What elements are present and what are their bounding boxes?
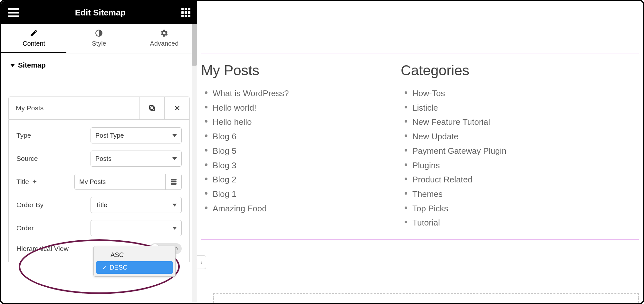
gear-icon	[160, 29, 168, 37]
posts-column: My Posts What is WordPress? Hello world!…	[201, 62, 388, 230]
list-item[interactable]: Tutorial	[412, 216, 588, 230]
repeater-item-body: Type Post Type Source Posts	[8, 120, 190, 262]
apps-icon[interactable]	[181, 8, 190, 17]
option-asc-label: ASC	[111, 251, 124, 259]
svg-rect-1	[151, 107, 155, 111]
tab-style[interactable]: Style	[66, 24, 131, 53]
repeater-item-header[interactable]: My Posts	[8, 97, 190, 120]
categories-list: How-Tos Listicle New Feature Tutorial Ne…	[401, 86, 588, 230]
tab-style-label: Style	[92, 40, 106, 47]
list-item[interactable]: Payment Gateway Plugin	[412, 144, 588, 158]
title-label: Title ✦	[16, 178, 74, 186]
type-value: Post Type	[95, 132, 124, 139]
repeater-item-title: My Posts	[9, 97, 139, 119]
order-label: Order	[16, 224, 91, 232]
hierarchical-label: Hierarchical View	[16, 245, 91, 253]
list-item[interactable]: Hello hello	[213, 115, 388, 129]
collapse-panel-button[interactable]: ‹	[197, 255, 206, 269]
list-item[interactable]: How-Tos	[412, 86, 588, 101]
preview-area: My Posts What is WordPress? Hello world!…	[197, 1, 643, 303]
sitemap-widget[interactable]: My Posts What is WordPress? Hello world!…	[201, 53, 639, 240]
order-option-asc[interactable]: ASC	[96, 249, 173, 261]
menu-icon[interactable]	[8, 8, 19, 17]
list-item[interactable]: Blog 6	[213, 129, 388, 144]
order-select[interactable]	[91, 220, 182, 236]
ai-icon[interactable]: ✦	[32, 178, 37, 185]
list-item[interactable]: Hello world!	[213, 101, 388, 115]
chevron-down-icon	[172, 134, 177, 137]
pencil-icon	[30, 29, 38, 37]
panel-tabs: Content Style Advanced	[1, 24, 197, 53]
source-select[interactable]: Posts	[91, 151, 182, 167]
list-item[interactable]: Blog 2	[213, 172, 388, 187]
check-icon: ✓	[102, 264, 107, 271]
duplicate-button[interactable]	[139, 97, 164, 119]
source-label: Source	[16, 155, 91, 162]
remove-button[interactable]	[164, 97, 189, 119]
section-sitemap-toggle[interactable]: Sitemap	[1, 53, 197, 77]
tab-content-label: Content	[23, 40, 45, 47]
database-icon	[171, 179, 177, 185]
close-icon	[173, 104, 181, 112]
list-item[interactable]: Blog 1	[213, 187, 388, 201]
posts-heading: My Posts	[201, 62, 388, 78]
caret-down-icon	[10, 64, 15, 67]
scroll-thumb[interactable]	[192, 24, 197, 66]
title-input[interactable]	[74, 174, 166, 190]
panel-title: Edit Sitemap	[19, 8, 181, 18]
tab-advanced[interactable]: Advanced	[132, 24, 197, 53]
list-item[interactable]: Plugins	[412, 158, 588, 173]
sidebar-header: Edit Sitemap	[1, 1, 197, 24]
categories-column: Categories How-Tos Listicle New Feature …	[401, 62, 588, 230]
list-item[interactable]: Listicle	[412, 101, 588, 115]
list-item[interactable]: Themes	[412, 187, 588, 201]
list-item[interactable]: Blog 3	[213, 158, 388, 173]
list-item[interactable]: Amazing Food	[213, 201, 388, 216]
add-section-placeholder[interactable]	[213, 293, 639, 303]
tab-advanced-label: Advanced	[150, 40, 178, 47]
svg-rect-2	[149, 106, 153, 109]
type-select[interactable]: Post Type	[91, 127, 182, 143]
copy-icon	[148, 104, 156, 112]
posts-list: What is WordPress? Hello world! Hello he…	[201, 86, 388, 216]
order-option-desc[interactable]: ✓ DESC	[96, 261, 173, 274]
dynamic-tags-button[interactable]	[166, 174, 182, 190]
section-title: Sitemap	[18, 61, 46, 69]
chevron-down-icon	[172, 157, 177, 160]
chevron-down-icon	[172, 227, 177, 230]
categories-heading: Categories	[401, 62, 588, 78]
orderby-label: Order By	[16, 201, 91, 209]
list-item[interactable]: Top Picks	[412, 201, 588, 216]
tab-content[interactable]: Content	[1, 24, 66, 53]
orderby-select[interactable]: Title	[91, 197, 182, 213]
list-item[interactable]: What is WordPress?	[213, 86, 388, 101]
type-label: Type	[16, 132, 91, 139]
panel-scrollbar[interactable]	[192, 24, 197, 303]
orderby-value: Title	[95, 201, 107, 209]
chevron-left-icon: ‹	[201, 259, 203, 266]
source-value: Posts	[95, 155, 111, 162]
contrast-icon	[95, 29, 103, 37]
list-item[interactable]: New Feature Tutorial	[412, 115, 588, 129]
list-item[interactable]: Blog 5	[213, 144, 388, 158]
list-item[interactable]: New Update	[412, 129, 588, 144]
chevron-down-icon	[172, 204, 177, 207]
option-desc-label: DESC	[110, 264, 128, 271]
order-dropdown: ASC ✓ DESC	[93, 246, 176, 277]
list-item[interactable]: Product Related	[412, 172, 588, 187]
